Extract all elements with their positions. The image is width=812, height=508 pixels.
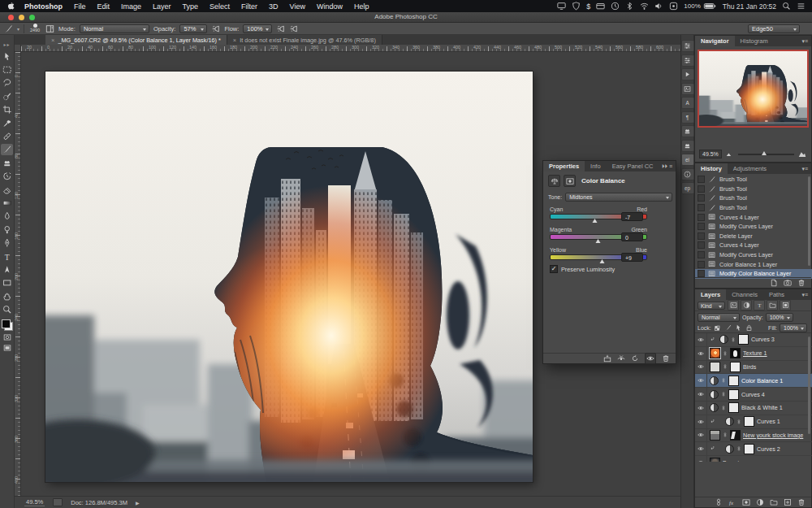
layer-mask-thumbnail[interactable] <box>730 362 741 372</box>
fill-select[interactable]: 100% <box>780 323 807 332</box>
tab-close-icon[interactable]: × <box>51 37 54 44</box>
dock-panel-button-1[interactable] <box>681 40 694 52</box>
notification-center-icon[interactable] <box>797 2 806 11</box>
history-row[interactable]: Curves 4 Layer <box>695 241 812 250</box>
menu-item-photoshop[interactable]: Photoshop <box>19 2 68 11</box>
history-row[interactable]: Brush Tool <box>695 193 812 203</box>
edge-select[interactable]: Edge50 <box>748 24 800 33</box>
visibility-eye-icon[interactable] <box>695 442 707 455</box>
menu-item-3d[interactable]: 3D <box>263 2 284 11</box>
card-icon[interactable] <box>596 2 605 11</box>
dock-panel-button-3[interactable] <box>681 68 694 80</box>
visibility-eye-icon[interactable] <box>695 374 707 387</box>
minimize-window-button[interactable] <box>19 15 24 20</box>
eye-icon[interactable] <box>645 353 656 364</box>
trash-icon[interactable] <box>797 279 806 287</box>
layer-thumbnail[interactable] <box>710 348 720 358</box>
history-row[interactable]: Brush Tool <box>695 185 812 194</box>
navigator-proxy-view[interactable] <box>698 50 809 128</box>
menu-item-edit[interactable]: Edit <box>92 2 116 11</box>
type-tool[interactable]: T <box>1 250 13 262</box>
tab-info[interactable]: Info <box>585 161 607 172</box>
dock-panel-button-11[interactable]: ep <box>681 182 694 194</box>
slider-track[interactable]: -7 <box>550 214 647 222</box>
dock-panel-button-2[interactable] <box>681 54 694 67</box>
window-title-bar[interactable]: Adobe Photoshop CC <box>0 12 812 23</box>
history-row[interactable]: Color Balance 1 Layer <box>695 259 812 269</box>
layer-mask-thumbnail[interactable] <box>730 348 741 358</box>
dock-panel-button-6[interactable]: ¶ <box>681 111 694 124</box>
adjustment-icon[interactable] <box>725 445 734 454</box>
adjustment-icon[interactable] <box>725 417 734 426</box>
layer-mask-thumbnail[interactable] <box>728 389 739 400</box>
history-snapshot-well[interactable] <box>698 204 705 211</box>
airbrush-icon[interactable] <box>276 24 285 33</box>
layer-mask-thumbnail[interactable] <box>730 430 741 441</box>
tab-paths[interactable]: Paths <box>763 289 790 300</box>
volume-icon[interactable] <box>654 2 663 11</box>
shield-icon[interactable] <box>572 2 581 11</box>
close-window-button[interactable] <box>8 15 14 20</box>
history-snapshot-well[interactable] <box>698 270 705 277</box>
visibility-eye-icon[interactable] <box>695 456 707 462</box>
adjustment-icon[interactable] <box>741 300 752 310</box>
zoom-window-button[interactable] <box>29 15 35 20</box>
tab-layers[interactable]: Layers <box>695 289 726 300</box>
history-snapshot-well[interactable] <box>698 194 705 202</box>
visibility-eye-icon[interactable] <box>695 333 707 346</box>
history-snapshot-well[interactable] <box>698 223 705 230</box>
marquee-tool[interactable] <box>1 64 13 76</box>
bluetooth-icon[interactable] <box>625 2 634 11</box>
pressure-opacity-icon[interactable] <box>211 24 220 33</box>
view-previous-icon[interactable] <box>617 354 625 363</box>
gradient-tool[interactable] <box>1 198 13 209</box>
folder-icon[interactable] <box>770 498 778 506</box>
adjustment-icon[interactable] <box>710 390 719 399</box>
history-snapshot-well[interactable] <box>698 241 705 249</box>
type-filter-icon[interactable]: T <box>754 300 765 310</box>
brush-tool[interactable] <box>1 144 13 155</box>
wifi-icon[interactable] <box>640 2 649 11</box>
history-snapshot-well[interactable] <box>698 232 705 240</box>
layer-row-curves-4[interactable]: Curves 4 <box>695 388 812 402</box>
link-icon[interactable] <box>715 498 723 506</box>
zoom-slider-thumb[interactable] <box>762 151 767 155</box>
history-brush-tool[interactable] <box>1 171 13 182</box>
history-snapshot-well[interactable] <box>698 185 705 193</box>
dock-panel-button-8[interactable] <box>681 140 694 152</box>
battery-indicator[interactable]: 100% <box>684 2 716 11</box>
clone-stamp-tool[interactable] <box>1 158 13 169</box>
status-menu-arrow[interactable]: ▶ <box>136 500 140 506</box>
clip-to-layer-icon[interactable] <box>603 354 611 363</box>
menu-item-view[interactable]: View <box>284 2 311 11</box>
visibility-eye-icon[interactable] <box>695 429 707 442</box>
menu-item-window[interactable]: Window <box>311 2 348 11</box>
adjustment-icon[interactable] <box>756 498 764 506</box>
panel-menu-icon[interactable]: ▾≡ <box>801 289 811 300</box>
menu-item-layer[interactable]: Layer <box>147 2 177 11</box>
status-zoom-field[interactable]: 49.5% <box>24 498 45 506</box>
lock-transparent-icon[interactable] <box>714 324 721 332</box>
brush-preset-caret[interactable]: ▾ <box>17 26 19 32</box>
adjustment-icon[interactable] <box>719 335 728 344</box>
tab-navigator[interactable]: Navigator <box>695 36 735 46</box>
tab-close-icon[interactable]: × <box>233 37 236 44</box>
toggle-brush-panel-icon[interactable] <box>45 24 54 33</box>
navigator-zoom-value[interactable]: 49.5% <box>699 150 722 158</box>
history-row[interactable]: Curves 4 Layer <box>695 212 812 222</box>
history-snapshot-well[interactable] <box>698 251 705 258</box>
history-row[interactable]: Brush Tool <box>695 203 812 213</box>
menu-item-select[interactable]: Select <box>204 2 235 11</box>
layer-mask-thumbnail[interactable] <box>728 376 739 386</box>
tab-history[interactable]: History <box>695 163 728 174</box>
layer-mask-icon[interactable] <box>564 175 576 187</box>
menu-item-help[interactable]: Help <box>348 2 375 11</box>
healing-tool[interactable] <box>1 131 13 142</box>
lasso-tool[interactable] <box>1 77 13 89</box>
hand-tool[interactable] <box>1 290 13 302</box>
keyboard-icon[interactable] <box>669 2 678 11</box>
eraser-tool[interactable] <box>1 184 13 195</box>
visibility-eye-icon[interactable] <box>695 415 707 428</box>
brush-preview-picker[interactable]: 2490 <box>28 24 41 33</box>
trash-icon[interactable] <box>797 498 806 506</box>
